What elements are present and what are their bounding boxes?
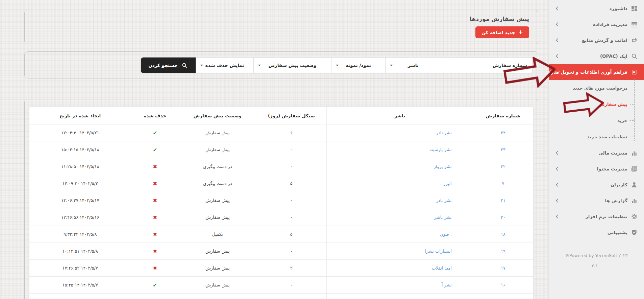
page-header-card: پیش سفارش موردها + جدید اضافه کن: [24, 10, 538, 44]
cell-publisher-link[interactable]: امید انقلاب: [327, 260, 473, 277]
search-icon: [181, 63, 188, 68]
sidebar-item-financial-management[interactable]: مدیریت مالی: [549, 145, 644, 161]
col-order-cycle: سیکل سفارش (روز): [256, 107, 327, 124]
cell-order-cycle: ۰: [256, 158, 327, 175]
cell-order-number[interactable]: ۲۱: [473, 192, 533, 209]
shield-icon: [631, 229, 637, 235]
order-number-input[interactable]: [441, 58, 532, 73]
cell-created-date: ۱۴۰۲/۵/۱۸ ۱۵:۰۲:۱۵: [29, 141, 131, 158]
publisher-filter-label: ناشر: [408, 63, 419, 68]
user-icon: [631, 182, 637, 188]
sidebar-item-reports[interactable]: گزارش ها: [549, 192, 644, 208]
sidebar-item-opac[interactable]: اپک (OPAC): [549, 48, 644, 64]
cell-order-number[interactable]: ۱۸: [473, 226, 533, 243]
cell-deleted-flag: ✔: [131, 141, 179, 158]
sidebar-submenu: درخواست مورد های جدید پیش سفارش خرید تنظ…: [549, 80, 644, 145]
cell-publisher-link[interactable]: نشر پرواز: [327, 158, 473, 175]
cell-deleted-flag: ✔: [131, 277, 179, 294]
x-icon: ✖: [153, 198, 157, 204]
search-button[interactable]: جستجو کردن: [141, 58, 196, 73]
cell-preorder-status: پیش سفارش: [179, 141, 256, 158]
manifestation-filter-dropdown[interactable]: نمود/ نمونه: [331, 58, 386, 73]
cell-publisher-link[interactable]: نشر نادر: [327, 124, 473, 141]
chevron-down-icon: [555, 71, 560, 74]
show-deleted-filter-label: نمایش حذف شده: [205, 63, 244, 68]
cell-order-number[interactable]: ۱۹: [473, 243, 533, 260]
cell-order-number[interactable]: [473, 294, 533, 299]
sidebar-item-circulation[interactable]: امانت و گردش منابع: [549, 32, 644, 48]
cell-preorder-status: [179, 294, 256, 299]
preorder-status-filter-label: وضعیت پیش سفارش: [268, 63, 316, 68]
cell-created-date: ۱۴۰۲/۵/۷ ۱۷:۴۶:۵۲: [29, 260, 131, 277]
table-row: ۲۲ نشر پرواز ۰ در دست پیگیری ✖ ۱۴۰۲/۵/۱۸…: [29, 158, 534, 175]
chevron-down-icon: [390, 65, 393, 66]
show-deleted-filter-dropdown[interactable]: نمایش حذف شده: [196, 58, 254, 73]
metadata-icon: [631, 21, 637, 27]
cell-publisher-link[interactable]: انتشارات نشرا: [327, 243, 473, 260]
cell-order-number[interactable]: ۱۷: [473, 260, 533, 277]
cell-publisher-link[interactable]: البرز: [327, 175, 473, 192]
cell-publisher-link[interactable]: [327, 294, 473, 299]
sidebar-subitem-purchase[interactable]: خرید: [549, 112, 644, 129]
sidebar-item-users[interactable]: کاربران: [549, 177, 644, 192]
x-icon: ✖: [153, 214, 157, 221]
cell-order-number[interactable]: ۷: [473, 175, 533, 192]
plus-icon: +: [518, 29, 523, 35]
sidebar-subitem-new-item-requests[interactable]: درخواست مورد های جدید: [549, 80, 644, 96]
cell-created-date: [29, 294, 131, 299]
sidebar-subitem-pre-order[interactable]: پیش سفارش: [549, 96, 644, 112]
sidebar-item-content-management[interactable]: مدیریت محتوا: [549, 161, 644, 177]
cell-publisher-link[interactable]: نشر نادر: [327, 192, 473, 209]
table-row: ۲۰ نشر ناشر ۰ پیش سفارش ✖ ۱۴۰۲/۵/۱۶ ۱۲:۴…: [29, 209, 534, 226]
manifestation-filter-label: نمود/ نمونه: [346, 63, 371, 68]
dashboard-icon: [631, 5, 637, 12]
cell-created-date: ۱۴۰۲/۵/۱۷ ۱۴:۰۶:۳۷: [29, 192, 131, 209]
cell-created-date: ۱۴۰۲/۵/۸ ۱۰:۱۲:۵۱: [29, 243, 131, 260]
chevron-left-icon: [555, 214, 559, 218]
filter-card: ناشر نمود/ نمونه وضعیت پیش سفارش نمایش ح…: [24, 51, 538, 78]
sidebar-item-metadata-management[interactable]: مدیریت فراداده: [549, 16, 644, 32]
cell-order-number[interactable]: ۲۰: [473, 209, 533, 226]
cell-deleted-flag: [131, 294, 179, 299]
cell-preorder-status: در دست پیگیری: [179, 158, 256, 175]
cell-order-cycle: ۶: [256, 124, 327, 141]
cell-deleted-flag: ✔: [131, 124, 179, 141]
powered-by-text: ®Powered by YecomSoft ۲۰۲۳: [549, 252, 644, 259]
x-icon: ✖: [153, 181, 157, 187]
cell-deleted-flag: ✖: [131, 158, 179, 175]
cell-publisher-link[interactable]: نشر ناشر: [327, 209, 473, 226]
sidebar-subitem-purchase-doc-settings[interactable]: تنظیمات سند خرید: [549, 129, 644, 145]
table-row: ۲۱ نشر نادر ۰ پیش سفارش ✖ ۱۴۰۲/۵/۱۷ ۱۴:۰…: [29, 192, 534, 209]
orders-table-body: ۲۴ نشر نادر ۶ پیش سفارش ✔ ۱۴۰۲/۵/۲۱ ۱۷:۰…: [29, 124, 534, 299]
sidebar-item-acquisition-delivery[interactable]: فراهم آوری اطلاعات و تحویل مدرک: [549, 64, 644, 80]
table-row: ۱۷ امید انقلاب ۲ پیش سفارش ✖ ۱۴۰۲/۵/۷ ۱۷…: [29, 260, 534, 277]
cell-order-number[interactable]: ۲۲: [473, 158, 533, 175]
filter-bar: ناشر نمود/ نمونه وضعیت پیش سفارش نمایش ح…: [141, 57, 533, 73]
table-row: ۱۹ انتشارات نشرا ۰ پیش سفارش ✖ ۱۴۰۲/۵/۸ …: [29, 243, 534, 260]
col-order-number: شماره سفارش: [473, 107, 533, 124]
table-row: ۲۴ نشر نادر ۶ پیش سفارش ✔ ۱۴۰۲/۵/۲۱ ۱۷:۰…: [29, 124, 534, 141]
cell-deleted-flag: ✖: [131, 192, 179, 209]
publisher-filter-dropdown[interactable]: ناشر: [386, 58, 441, 73]
sidebar-item-software-settings[interactable]: تنظیمات نرم افزار: [549, 208, 644, 224]
sidebar-item-support[interactable]: پشتیبانی: [549, 224, 644, 240]
cell-order-number[interactable]: ۲۴: [473, 124, 533, 141]
x-icon: ✖: [153, 265, 157, 271]
cell-publisher-link[interactable]: نشر پارسینه: [327, 141, 473, 158]
cell-preorder-status: پیش سفارش: [179, 192, 256, 209]
cell-order-number[interactable]: ۱۶: [473, 277, 533, 294]
cell-preorder-status: پیش سفارش: [179, 124, 256, 141]
chevron-left-icon: [555, 54, 559, 58]
cell-publisher-link[interactable]: : فنون: [327, 226, 473, 243]
col-deleted: حذف شده: [131, 107, 179, 124]
cell-publisher-link[interactable]: نشر آ: [327, 277, 473, 294]
sidebar-item-dashboard[interactable]: داشبورد: [549, 0, 644, 16]
check-icon: ✔: [153, 147, 157, 153]
add-new-button[interactable]: + جدید اضافه کن: [475, 26, 529, 38]
chevron-left-icon: [555, 38, 559, 42]
page-title: پیش سفارش موردها: [25, 15, 529, 23]
search-icon: [631, 53, 637, 59]
preorder-status-filter-dropdown[interactable]: وضعیت پیش سفارش: [254, 58, 331, 73]
cell-order-number[interactable]: ۲۳: [473, 141, 533, 158]
cell-created-date: ۱۴۰۲/۵/۱۸ ۱۱:۲۸:۵۰: [29, 158, 131, 175]
